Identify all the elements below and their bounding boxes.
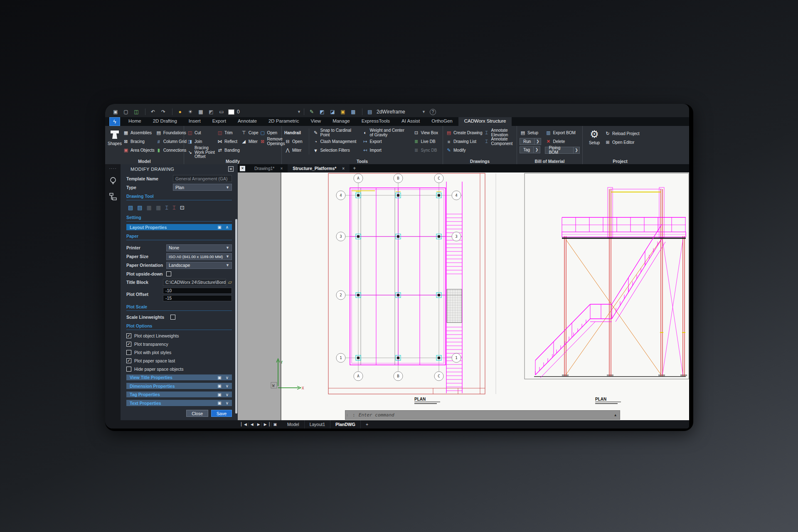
layout-list-icon[interactable]: ▣ — [272, 422, 278, 426]
chevron-right-icon[interactable]: ❯ — [534, 146, 540, 153]
project-setup-button[interactable]: ⚙ Setup — [585, 128, 603, 145]
annotate-elevation-button[interactable]: ⌶Annotate Elevation — [483, 128, 517, 137]
tab-ai-assist[interactable]: AI Assist — [396, 117, 426, 126]
copy-tool-icon[interactable]: ▤ — [128, 204, 133, 211]
next-layout-icon[interactable]: ▶ — [256, 422, 262, 426]
plot-transparency-checkbox[interactable]: ✓ — [126, 342, 131, 347]
reflect-button[interactable]: ⋈Reflect — [217, 137, 240, 146]
lightbulb-icon[interactable] — [109, 177, 117, 185]
print-icon[interactable]: ▭ — [217, 108, 226, 116]
chevron-right-icon[interactable]: ❯ — [574, 147, 580, 154]
section-text-properties[interactable]: Text Properties▣∨ — [126, 400, 232, 406]
title-block-field[interactable]: C:\CADWorx 24\Structure\Borders — [163, 279, 226, 286]
chevron-down-icon[interactable]: ∨ — [226, 375, 229, 380]
doc-tab-drawing1[interactable]: Drawing1*× — [249, 164, 288, 172]
chevron-up-icon[interactable]: ∧ — [226, 225, 229, 229]
new-drawing-icon[interactable]: ▢ — [121, 108, 131, 116]
chevron-down-icon[interactable]: ▼ — [297, 110, 301, 114]
remove-openings-button[interactable]: ⊠Remove Openings — [259, 137, 283, 146]
close-icon[interactable]: ✕ — [240, 166, 245, 171]
publish-icon[interactable]: ◫ — [132, 108, 141, 116]
type-select[interactable]: Plan▼ — [173, 184, 232, 191]
panel-scrollbar[interactable] — [235, 219, 237, 414]
handrail-open-button[interactable]: ⊟Open — [284, 137, 309, 146]
sun-brightness-icon[interactable]: ☀ — [186, 108, 195, 116]
bom-tag-button[interactable]: Tag❯ — [520, 146, 544, 153]
foundations-button[interactable]: ▤Foundations — [155, 128, 187, 137]
command-line[interactable]: ⁞ : Enter command ▲ — [345, 410, 620, 420]
panel-grip-icon[interactable]: ···· — [109, 166, 117, 171]
annotate-component-button[interactable]: ⌶Annotate Component — [483, 137, 517, 146]
add-layout-button[interactable]: + — [361, 420, 373, 429]
bom-setup-button[interactable]: ▤Setup — [520, 128, 544, 137]
section-dimension-properties[interactable]: Dimension Properties▣∨ — [126, 383, 232, 389]
handrail-miter-button[interactable]: ⋀Miter — [284, 146, 309, 155]
export-bom-button[interactable]: ▥Export BOM — [545, 128, 580, 137]
clash-management-button[interactable]: ◔Clash Management — [313, 137, 361, 146]
drawings-modify-button[interactable]: ✎Modify — [446, 146, 482, 155]
tab-2d-drafting[interactable]: 2D Drafting — [147, 117, 183, 126]
open-button[interactable]: ▢Open — [259, 128, 283, 137]
chevron-right-icon[interactable]: ❯ — [534, 138, 541, 145]
banding-button[interactable]: ⇄Banding — [217, 146, 240, 155]
disabled-tool-icon[interactable]: ▦ — [147, 204, 152, 211]
tab-insert[interactable]: Insert — [183, 117, 207, 126]
handrail-button[interactable]: Handrail — [284, 128, 309, 137]
column-grid-button[interactable]: #Column Grid — [155, 137, 187, 146]
deselect-icon[interactable]: ◪ — [328, 108, 337, 116]
close-button[interactable]: Close — [186, 410, 208, 417]
layer-color-swatch[interactable] — [228, 109, 234, 115]
component-tool-icon[interactable]: ⌶ — [172, 204, 176, 211]
bom-delete-button[interactable]: ✕Delete — [545, 137, 580, 146]
plot-offset-y-field[interactable]: -15 — [163, 295, 232, 301]
hide-paper-space-objects-checkbox[interactable]: ✓ — [126, 367, 131, 372]
paper-size-select[interactable]: ISO A0 (841.00 x 1189.00 MM)▼ — [166, 253, 232, 260]
tab-orthogen[interactable]: OrthoGen — [426, 117, 458, 126]
shapes-button[interactable]: Shapes — [108, 128, 122, 146]
reload-project-button[interactable]: ↻Reload Project — [604, 129, 650, 138]
lock-icon[interactable]: ◩ — [207, 108, 216, 116]
join-button[interactable]: ◨Join — [187, 137, 216, 146]
trim-button[interactable]: ◫Trim — [217, 128, 240, 137]
plot-with-plot-styles-checkbox[interactable]: ✓ — [126, 350, 131, 355]
close-tab-icon[interactable]: × — [280, 166, 283, 171]
chevron-down-icon[interactable]: ∨ — [226, 384, 229, 388]
structure-tree-icon[interactable] — [109, 192, 117, 201]
close-tab-icon[interactable]: × — [342, 166, 345, 171]
last-layout-icon[interactable]: ▶▕ — [263, 422, 271, 426]
first-layout-icon[interactable]: ▏◀ — [240, 422, 249, 426]
undo-icon[interactable]: ↶ — [148, 108, 158, 116]
tab-export[interactable]: Export — [207, 117, 232, 126]
layout-tab-model[interactable]: Model — [282, 420, 305, 429]
open-editor-button[interactable]: ⊞Open Editor — [604, 138, 650, 147]
miter-button[interactable]: ◢Miter — [241, 137, 259, 146]
view-style-dropdown[interactable]: 2dWireframe ▼ — [377, 108, 426, 116]
export-button[interactable]: ↦Export — [362, 137, 412, 146]
tab-home[interactable]: Home — [123, 117, 147, 126]
piping-bom-button[interactable]: Piping BOM❯ — [545, 147, 580, 154]
drawing-canvas[interactable]: A B C A B C 4 3 2 1 4 3 1 — [238, 172, 689, 420]
section-view-title-properties[interactable]: View Title Properties▣∨ — [126, 374, 232, 381]
tab-view[interactable]: View — [305, 117, 327, 126]
template-name-field[interactable]: General Arrangement (GA) — [173, 175, 232, 182]
create-drawing-button[interactable]: ▤Create Drawing — [446, 128, 482, 137]
eyedropper-icon[interactable]: ✎ — [307, 108, 316, 116]
plot-paper-space-last-checkbox[interactable]: ✓ — [126, 358, 131, 363]
tab-2d-parametric[interactable]: 2D Parametric — [263, 117, 305, 126]
isolate-objects-icon[interactable]: ▣ — [338, 108, 347, 116]
drawing-list-button[interactable]: ≡Drawing List — [446, 137, 482, 146]
disabled-tool-icon[interactable]: ▦ — [156, 204, 161, 211]
chevron-down-icon[interactable]: ▼ — [226, 185, 229, 190]
layers-icon[interactable]: ▦ — [196, 108, 205, 116]
layout-tab-layout1[interactable]: Layout1 — [305, 420, 330, 429]
new-tab-icon[interactable]: + — [353, 165, 356, 171]
app-logo[interactable]: ϟ — [109, 117, 120, 126]
weight-cog-button[interactable]: ◐Weight and Center of Gravity — [362, 128, 412, 137]
tab-expresstools[interactable]: ExpressTools — [356, 117, 396, 126]
folder-open-icon[interactable]: ▱ — [228, 279, 232, 285]
tab-cadworx-structure[interactable]: CADWorx Structure — [458, 117, 512, 126]
assemblies-button[interactable]: ▦Assemblies — [123, 128, 155, 137]
area-objects-button[interactable]: ▣Area Objects — [123, 146, 155, 155]
view-style-icon[interactable]: ▤ — [365, 108, 374, 116]
view-box-button[interactable]: ⊡View Box — [413, 128, 440, 137]
